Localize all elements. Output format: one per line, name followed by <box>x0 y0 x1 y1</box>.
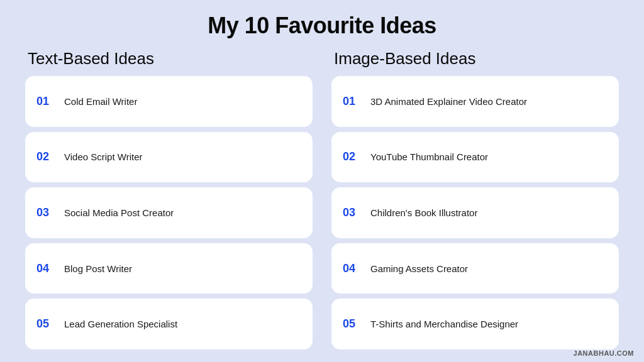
item-text: Children's Book Illustrator <box>370 207 477 218</box>
item-number: 05 <box>343 317 360 331</box>
item-number: 04 <box>36 262 54 275</box>
columns-wrapper: Text-Based Ideas 01 Cold Email Writer 02… <box>25 49 619 349</box>
right-column-title: Image-Based Ideas <box>331 49 619 69</box>
left-column-title: Text-Based Ideas <box>25 49 313 69</box>
item-text: Cold Email Writer <box>64 96 137 107</box>
left-items-list: 01 Cold Email Writer 02 Video Script Wri… <box>25 76 313 349</box>
list-item: 03 Children's Book Illustrator <box>331 187 619 238</box>
item-number: 04 <box>343 262 360 275</box>
item-number: 05 <box>36 317 54 331</box>
item-text: 3D Animated Explainer Video Creator <box>370 96 527 107</box>
item-number: 02 <box>343 150 360 163</box>
right-column: Image-Based Ideas 01 3D Animated Explain… <box>331 49 619 349</box>
list-item: 05 T-Shirts and Merchandise Designer <box>331 299 619 349</box>
list-item: 01 Cold Email Writer <box>25 76 313 127</box>
left-column: Text-Based Ideas 01 Cold Email Writer 02… <box>25 49 313 349</box>
list-item: 03 Social Media Post Creator <box>25 187 313 238</box>
right-items-list: 01 3D Animated Explainer Video Creator 0… <box>331 76 619 349</box>
list-item: 02 Video Script Writer <box>25 132 313 183</box>
item-number: 03 <box>36 206 54 219</box>
item-number: 01 <box>343 95 360 108</box>
item-text: Lead Generation Specialist <box>64 319 177 329</box>
page-title: My 10 Favourite Ideas <box>25 13 619 39</box>
item-text: YouTube Thumbnail Creator <box>370 151 488 162</box>
item-number: 03 <box>343 206 360 219</box>
item-text: Video Script Writer <box>64 151 143 162</box>
list-item: 02 YouTube Thumbnail Creator <box>331 132 619 183</box>
list-item: 04 Gaming Assets Creator <box>331 243 619 294</box>
list-item: 05 Lead Generation Specialist <box>25 299 313 349</box>
item-text: Gaming Assets Creator <box>370 263 468 274</box>
item-text: T-Shirts and Merchandise Designer <box>370 319 518 329</box>
watermark: JANABHAU.COM <box>574 349 634 357</box>
list-item: 01 3D Animated Explainer Video Creator <box>331 76 619 127</box>
item-text: Social Media Post Creator <box>64 207 174 218</box>
item-text: Blog Post Writer <box>64 263 132 274</box>
item-number: 01 <box>36 95 54 108</box>
page-container: My 10 Favourite Ideas Text-Based Ideas 0… <box>0 0 644 362</box>
item-number: 02 <box>36 150 54 163</box>
list-item: 04 Blog Post Writer <box>25 243 313 294</box>
